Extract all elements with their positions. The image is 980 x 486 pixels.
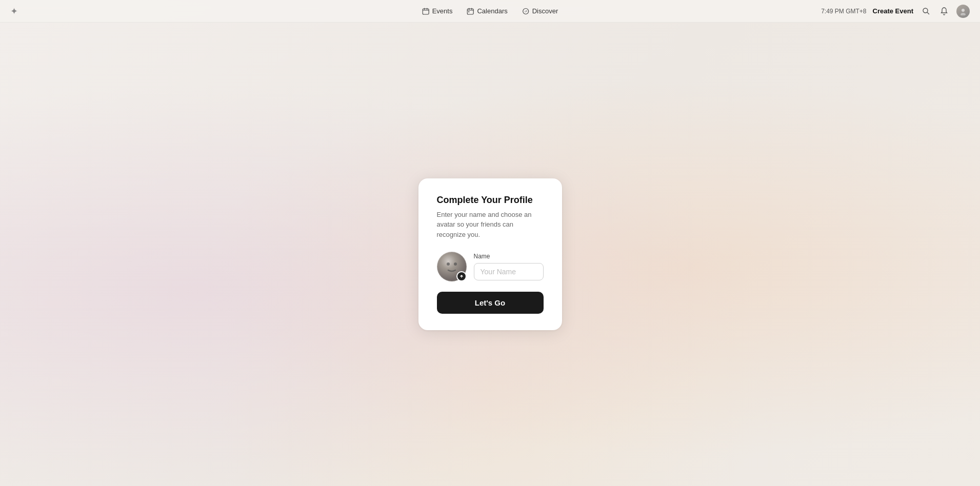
notifications-button[interactable] [938, 5, 950, 17]
create-event-button[interactable]: Create Event [873, 7, 913, 15]
navbar: ✦ Events [0, 0, 980, 23]
name-field-group: Name [474, 253, 544, 280]
profile-row: Name [437, 252, 544, 281]
svg-point-14 [962, 9, 965, 12]
app-logo[interactable]: ✦ [10, 6, 18, 17]
svg-point-18 [454, 262, 457, 266]
nav-item-discover[interactable]: Discover [522, 7, 558, 15]
time-display: 7:49 PM GMT+8 [821, 8, 866, 15]
name-input[interactable] [474, 263, 544, 280]
navbar-right: 7:49 PM GMT+8 Create Event [821, 5, 970, 18]
profile-modal: Complete Your Profile Enter your name an… [418, 178, 562, 331]
lets-go-button[interactable]: Let's Go [437, 292, 544, 314]
navbar-left: ✦ [10, 6, 18, 17]
user-avatar-nav[interactable] [956, 5, 970, 18]
svg-point-17 [447, 262, 450, 266]
nav-item-events[interactable]: Events [422, 7, 453, 15]
avatar-upload-container[interactable] [437, 252, 467, 281]
svg-point-15 [961, 13, 966, 15]
search-button[interactable] [919, 5, 932, 17]
nav-item-calendars[interactable]: Calendars [467, 7, 507, 15]
svg-rect-0 [423, 9, 429, 14]
svg-rect-8 [468, 11, 469, 12]
nav-discover-label: Discover [532, 7, 558, 15]
calendar-square-icon [422, 8, 429, 15]
calendar-icon [467, 8, 474, 15]
compass-icon [522, 8, 529, 15]
svg-rect-4 [467, 9, 473, 14]
nav-events-label: Events [432, 7, 453, 15]
modal-subtitle: Enter your name and choose an avatar so … [437, 210, 544, 240]
main-content: Complete Your Profile Enter your name an… [0, 23, 980, 486]
avatar-upload-badge[interactable] [456, 271, 467, 281]
name-label: Name [474, 253, 544, 260]
navbar-center: Events Calendars [422, 7, 558, 15]
modal-title: Complete Your Profile [437, 195, 544, 206]
svg-line-13 [927, 12, 929, 14]
nav-calendars-label: Calendars [477, 7, 507, 15]
